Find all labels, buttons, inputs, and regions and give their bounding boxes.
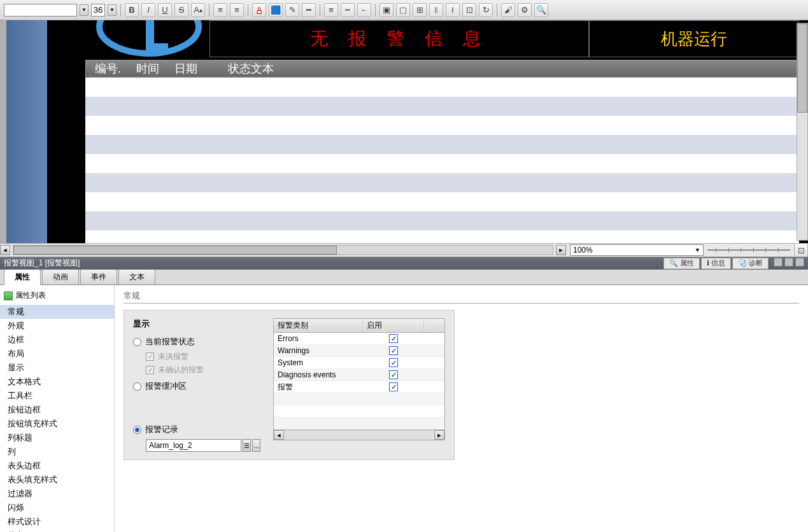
- slider-tick: [728, 248, 729, 253]
- line-color-button[interactable]: ✎: [285, 3, 299, 17]
- superscript-button[interactable]: A▴: [191, 3, 205, 17]
- slider-tick: [765, 248, 766, 253]
- info-tab-button[interactable]: ℹ 信息: [701, 258, 731, 269]
- strike-button[interactable]: S: [174, 3, 188, 17]
- layout-icon[interactable]: [774, 258, 783, 267]
- scroll-right-button[interactable]: ►: [556, 245, 566, 255]
- radio-alarm-log[interactable]: 报警记录: [133, 424, 260, 435]
- scroll-right-icon[interactable]: ►: [434, 430, 444, 440]
- sidebar-item-style[interactable]: 样式设计: [0, 515, 114, 529]
- sidebar-item-border[interactable]: 边框: [0, 333, 114, 347]
- sidebar-item-general[interactable]: 常规: [0, 305, 114, 319]
- minimize-icon[interactable]: [784, 258, 793, 267]
- scrollbar-thumb[interactable]: [797, 24, 807, 113]
- table-row[interactable]: Errors✓: [274, 333, 444, 345]
- table-row[interactable]: Warnings✓: [274, 345, 444, 357]
- sidebar-item-columns[interactable]: 列: [0, 445, 114, 459]
- arrow-start-button[interactable]: ←: [357, 3, 371, 17]
- sidebar-item-misc[interactable]: 其它: [0, 529, 114, 532]
- check-label: 未决报警: [158, 351, 188, 362]
- diagnostics-label: 诊断: [749, 258, 763, 268]
- radio-label: 报警记录: [145, 424, 178, 435]
- col-enable[interactable]: 启用: [363, 319, 424, 332]
- sidebar-item-text-format[interactable]: 文本格式: [0, 375, 114, 389]
- zoom-tool-button[interactable]: 🔍: [534, 3, 548, 17]
- checkbox-icon: ✓: [146, 353, 154, 361]
- sidebar-item-layout[interactable]: 布局: [0, 347, 114, 361]
- sidebar-item-button-fill[interactable]: 按钮填充样式: [0, 417, 114, 431]
- italic-button[interactable]: I: [141, 3, 155, 17]
- bold-button[interactable]: B: [125, 3, 139, 17]
- group-button[interactable]: ⊡: [462, 3, 476, 17]
- browse-button[interactable]: ...: [252, 439, 260, 452]
- col-alarm-class[interactable]: 报警类别: [274, 319, 363, 332]
- sidebar-item-table-fill[interactable]: 表头填充样式: [0, 473, 114, 487]
- scroll-left-button[interactable]: ◄: [0, 245, 10, 255]
- properties-tab-button[interactable]: 🔍 属性: [663, 258, 700, 269]
- radio-icon: [133, 338, 141, 346]
- sidebar-item-filter[interactable]: 过滤器: [0, 487, 114, 501]
- font-family-combo[interactable]: [4, 4, 77, 17]
- settings-button[interactable]: ⚙: [518, 3, 532, 17]
- size-dropdown-icon[interactable]: ▼: [108, 4, 117, 16]
- radio-alarm-buffer[interactable]: 报警缓冲区: [133, 381, 260, 392]
- tab-texts[interactable]: 文本: [118, 269, 155, 284]
- sidebar-item-column-header[interactable]: 列标题: [0, 431, 114, 445]
- alarm-class-cell: Diagnosis events: [274, 370, 363, 379]
- zoom-combo[interactable]: 100% ▼: [570, 244, 704, 256]
- sidebar-item-display[interactable]: 显示: [0, 361, 114, 375]
- sidebar-item-button-border[interactable]: 按钮边框: [0, 403, 114, 417]
- alarm-table-body[interactable]: [85, 78, 799, 243]
- brush-button[interactable]: 🖌: [501, 3, 515, 17]
- log-name-input[interactable]: [146, 439, 241, 452]
- font-dropdown-icon[interactable]: ▼: [80, 4, 89, 16]
- tab-events[interactable]: 事件: [80, 269, 117, 284]
- sidebar-item-flash[interactable]: 闪烁: [0, 501, 114, 515]
- enable-checkbox[interactable]: ✓: [389, 358, 398, 367]
- scroll-left-icon[interactable]: ◄: [274, 430, 284, 440]
- horizontal-scrollbar[interactable]: [13, 245, 553, 255]
- sidebar-item-appearance[interactable]: 外观: [0, 319, 114, 333]
- properties-label: 属性: [680, 258, 694, 268]
- sidebar-item-table-border[interactable]: 表头边框: [0, 459, 114, 473]
- table-row: [85, 154, 799, 173]
- sidebar-item-toolbar[interactable]: 工具栏: [0, 389, 114, 403]
- table-row: [85, 211, 799, 230]
- table-row[interactable]: System✓: [274, 357, 444, 369]
- enable-checkbox[interactable]: ✓: [389, 334, 398, 343]
- arrange-back-button[interactable]: ▢: [396, 3, 410, 17]
- dash-style-button[interactable]: ┅: [341, 3, 355, 17]
- arrange-front-button[interactable]: ▣: [379, 3, 393, 17]
- list-picker-button[interactable]: ☰: [243, 439, 251, 452]
- fill-color-button[interactable]: 🟦: [269, 3, 283, 17]
- separator: [120, 4, 121, 17]
- distribute-v-button[interactable]: ⫲: [446, 3, 460, 17]
- radio-current-alarm[interactable]: 当前报警状态: [133, 336, 260, 347]
- rotate-button[interactable]: ↻: [479, 3, 493, 17]
- canvas[interactable]: 无 报 警 信 息 机器运行 编号. 时间 日期 状态文本: [47, 20, 808, 243]
- tab-animations[interactable]: 动画: [42, 269, 79, 284]
- table-row[interactable]: Diagnosis events✓: [274, 369, 444, 381]
- enable-checkbox[interactable]: ✓: [389, 382, 398, 391]
- font-color-button[interactable]: A: [252, 3, 266, 17]
- align-center-button[interactable]: ≡: [230, 3, 244, 17]
- enable-checkbox[interactable]: ✓: [389, 370, 398, 379]
- underline-button[interactable]: U: [158, 3, 172, 17]
- align-left-button[interactable]: ≡: [213, 3, 227, 17]
- font-size-combo[interactable]: [91, 4, 105, 17]
- distribute-h-button[interactable]: ⫴: [429, 3, 443, 17]
- line-style-button[interactable]: ━: [302, 3, 316, 17]
- col-date: 日期: [174, 61, 197, 76]
- enable-checkbox[interactable]: ✓: [389, 346, 398, 355]
- zoom-fit-button[interactable]: ⊡: [794, 243, 808, 257]
- line-width-button[interactable]: ≡: [324, 3, 338, 17]
- h-scroll-thumb[interactable]: [13, 246, 337, 255]
- close-icon[interactable]: [795, 258, 804, 267]
- tab-properties[interactable]: 属性: [4, 269, 41, 285]
- diagnostics-tab-button[interactable]: 🩺 诊断: [732, 258, 769, 269]
- scroll-track[interactable]: [284, 430, 434, 440]
- table-row[interactable]: 报警✓: [274, 381, 444, 393]
- vertical-scrollbar[interactable]: [797, 23, 808, 241]
- align-objects-button[interactable]: ⊞: [413, 3, 427, 17]
- zoom-slider[interactable]: [707, 245, 790, 255]
